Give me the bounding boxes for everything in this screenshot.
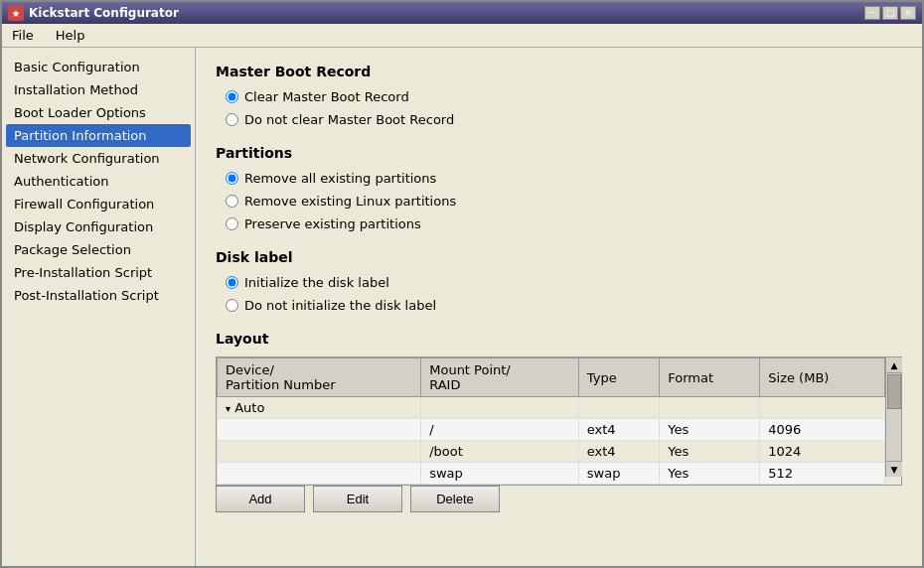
radio-remove-linux: Remove existing Linux partitions — [216, 194, 902, 209]
cell-type-3: swap — [578, 463, 659, 485]
cell-device-0: ▾ Auto — [218, 397, 421, 419]
main-content: Basic Configuration Installation Method … — [2, 48, 922, 566]
table-row[interactable]: ▾ Auto — [218, 397, 885, 419]
sidebar-item-firewall-configuration[interactable]: Firewall Configuration — [6, 193, 191, 215]
radio-remove-all-input[interactable] — [226, 172, 238, 185]
radio-clear-mbr-label: Clear Master Boot Record — [244, 89, 409, 104]
disk-label-title: Disk label — [216, 249, 902, 265]
window-title: Kickstart Configurator — [29, 6, 179, 20]
title-bar-left: ★ Kickstart Configurator — [8, 5, 179, 21]
minimize-button[interactable]: ─ — [864, 6, 880, 20]
cell-format-2: Yes — [660, 441, 760, 463]
radio-remove-linux-input[interactable] — [226, 195, 238, 208]
radio-no-init-disk-label: Do not initialize the disk label — [244, 298, 436, 313]
menu-bar: File Help — [2, 24, 922, 48]
col-mount: Mount Point/RAID — [421, 358, 579, 397]
cell-mount-3: swap — [421, 463, 579, 485]
table-row[interactable]: /boot ext4 Yes 1024 — [218, 441, 885, 463]
cell-device-1 — [218, 419, 421, 441]
radio-no-clear-mbr: Do not clear Master Boot Record — [216, 112, 902, 127]
sidebar-item-network-configuration[interactable]: Network Configuration — [6, 147, 191, 170]
radio-no-init-disk-input[interactable] — [226, 299, 238, 312]
table-scroll-area: Device/Partition Number Mount Point/RAID… — [217, 357, 885, 485]
radio-no-clear-mbr-input[interactable] — [226, 113, 238, 126]
partitions-section: Partitions Remove all existing partition… — [216, 145, 902, 231]
radio-remove-linux-label: Remove existing Linux partitions — [244, 194, 456, 209]
menu-help[interactable]: Help — [50, 26, 91, 45]
title-bar: ★ Kickstart Configurator ─ □ ✕ — [2, 2, 922, 24]
cell-mount-0 — [421, 397, 579, 419]
cell-device-3 — [218, 463, 421, 485]
radio-preserve: Preserve existing partitions — [216, 216, 902, 231]
scrollbar-arrow-up[interactable]: ▲ — [886, 357, 902, 373]
cell-size-2: 1024 — [760, 441, 885, 463]
scrollbar-arrow-down[interactable]: ▼ — [886, 461, 902, 477]
radio-no-clear-mbr-label: Do not clear Master Boot Record — [244, 112, 454, 127]
sidebar-item-boot-loader-options[interactable]: Boot Loader Options — [6, 101, 191, 124]
radio-clear-mbr: Clear Master Boot Record — [216, 89, 902, 104]
layout-title: Layout — [216, 331, 902, 347]
col-device: Device/Partition Number — [218, 358, 421, 397]
title-bar-controls: ─ □ ✕ — [864, 6, 916, 20]
close-button[interactable]: ✕ — [900, 6, 916, 20]
cell-size-0 — [760, 397, 885, 419]
maximize-button[interactable]: □ — [882, 6, 898, 20]
partitions-title: Partitions — [216, 145, 902, 161]
sidebar-item-display-configuration[interactable]: Display Configuration — [6, 215, 191, 238]
edit-button[interactable]: Edit — [313, 486, 402, 512]
sidebar-item-package-selection[interactable]: Package Selection — [6, 238, 191, 261]
col-type: Type — [578, 358, 659, 397]
table-wrapper: Device/Partition Number Mount Point/RAID… — [216, 356, 902, 486]
layout-section: Layout Device/Partition Number Mount Poi… — [216, 331, 902, 512]
scrollbar-track: ▲ ▼ — [885, 357, 901, 477]
radio-init-disk-input[interactable] — [226, 276, 238, 289]
master-boot-record-section: Master Boot Record Clear Master Boot Rec… — [216, 64, 902, 127]
cell-type-0 — [578, 397, 659, 419]
sidebar: Basic Configuration Installation Method … — [2, 48, 196, 566]
application-window: ★ Kickstart Configurator ─ □ ✕ File Help… — [0, 0, 924, 568]
scrollbar-thumb[interactable] — [887, 374, 901, 409]
sidebar-item-basic-configuration[interactable]: Basic Configuration — [6, 56, 191, 78]
partition-table: Device/Partition Number Mount Point/RAID… — [217, 357, 885, 485]
radio-preserve-input[interactable] — [226, 217, 238, 230]
table-row[interactable]: / ext4 Yes 4096 — [218, 419, 885, 441]
cell-mount-2: /boot — [421, 441, 579, 463]
radio-remove-all: Remove all existing partitions — [216, 171, 902, 186]
app-icon: ★ — [8, 5, 24, 21]
radio-preserve-label: Preserve existing partitions — [244, 216, 421, 231]
col-format: Format — [660, 358, 760, 397]
partition-buttons: Add Edit Delete — [216, 486, 902, 512]
cell-format-1: Yes — [660, 419, 760, 441]
col-size: Size (MB) — [760, 358, 885, 397]
radio-init-disk-label: Initialize the disk label — [244, 275, 389, 290]
radio-clear-mbr-input[interactable] — [226, 90, 238, 103]
sidebar-item-authentication[interactable]: Authentication — [6, 170, 191, 193]
cell-size-1: 4096 — [760, 419, 885, 441]
right-panel: Master Boot Record Clear Master Boot Rec… — [196, 48, 922, 566]
sidebar-item-installation-method[interactable]: Installation Method — [6, 78, 191, 101]
cell-format-0 — [660, 397, 760, 419]
add-button[interactable]: Add — [216, 486, 305, 512]
radio-init-disk: Initialize the disk label — [216, 275, 902, 290]
cell-size-3: 512 — [760, 463, 885, 485]
sidebar-item-partition-information[interactable]: Partition Information — [6, 124, 191, 147]
sidebar-item-post-installation-script[interactable]: Post-Installation Script — [6, 284, 191, 307]
master-boot-record-title: Master Boot Record — [216, 64, 902, 79]
radio-remove-all-label: Remove all existing partitions — [244, 171, 436, 186]
radio-no-init-disk: Do not initialize the disk label — [216, 298, 902, 313]
cell-type-1: ext4 — [578, 419, 659, 441]
menu-file[interactable]: File — [6, 26, 40, 45]
cell-device-2 — [218, 441, 421, 463]
cell-mount-1: / — [421, 419, 579, 441]
disk-label-section: Disk label Initialize the disk label Do … — [216, 249, 902, 313]
cell-format-3: Yes — [660, 463, 760, 485]
delete-button[interactable]: Delete — [410, 486, 500, 512]
sidebar-item-pre-installation-script[interactable]: Pre-Installation Script — [6, 261, 191, 284]
cell-type-2: ext4 — [578, 441, 659, 463]
table-row[interactable]: swap swap Yes 512 — [218, 463, 885, 485]
